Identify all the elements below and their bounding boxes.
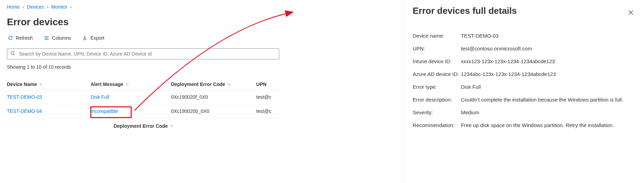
- detail-recommendation: Recommendation: Free up disk space on th…: [413, 119, 634, 132]
- col-device-name[interactable]: Device Name ↑↓: [7, 81, 91, 87]
- close-button[interactable]: [626, 8, 636, 17]
- refresh-label: Refresh: [16, 35, 33, 41]
- panel-title: Error devices full details: [413, 6, 634, 16]
- detail-upn: UPN: test@contoso.onmicrosoft.com: [413, 42, 634, 55]
- sort-icon: ↑↓: [39, 82, 42, 87]
- upn-value: test@c: [256, 94, 279, 100]
- page-title: Error devices: [7, 17, 279, 28]
- refresh-icon: [8, 35, 13, 41]
- device-link[interactable]: TEST-DEMO-04: [7, 108, 42, 114]
- detail-severity: Severity: Medium: [413, 106, 634, 119]
- table-row: TEST-DEMO-03 Disk Full 0Xc190020f_0X0 te…: [7, 90, 279, 104]
- col-deployment-error[interactable]: Deployment Error Code ↑↓: [171, 81, 256, 87]
- chevron-right-icon: ›: [22, 4, 24, 10]
- error-code: 0Xc190020f_0X0: [171, 94, 256, 100]
- records-count: Showing 1 to 10 of 10 records: [7, 64, 279, 70]
- col-alert-message[interactable]: Alert Message ↑↓: [91, 81, 171, 87]
- breadcrumb: Home › Devices › Monitor ›: [7, 4, 279, 10]
- toolbar: Refresh Columns Export: [7, 34, 279, 42]
- chevron-right-icon: ›: [70, 4, 72, 10]
- export-button[interactable]: Export: [81, 34, 105, 42]
- device-link[interactable]: TEST-DEMO-03: [7, 94, 42, 100]
- search-wrap: [7, 48, 279, 59]
- error-code: 0Xc1900200_0X0: [171, 108, 256, 114]
- search-icon: [10, 51, 15, 57]
- columns-button[interactable]: Columns: [43, 34, 72, 42]
- chevron-right-icon: ›: [47, 4, 49, 10]
- col-upn[interactable]: UPN: [256, 81, 279, 87]
- detail-error-type: Error type: Disk Full: [413, 80, 634, 93]
- breadcrumb-home[interactable]: Home: [7, 4, 20, 10]
- sort-icon: ↑↓: [125, 82, 128, 87]
- detail-azure-id: Azure AD device ID: 1234abc-123x-123x-12…: [413, 68, 634, 80]
- alert-link[interactable]: Incompatible: [91, 108, 118, 114]
- details-panel: Error devices full details Device name: …: [403, 0, 644, 183]
- breadcrumb-monitor[interactable]: Monitor: [51, 4, 68, 10]
- upn-value: test@c: [256, 108, 279, 114]
- detail-error-desc: Error description: Couldn't complete the…: [413, 93, 634, 106]
- export-icon: [82, 35, 88, 41]
- table-header: Device Name ↑↓ Alert Message ↑↓ Deployme…: [7, 81, 279, 90]
- columns-label: Columns: [52, 35, 71, 41]
- detail-device-name: Device name: TEST-DEMO-03: [413, 29, 634, 42]
- sort-icon: ↑↓: [227, 82, 230, 87]
- svg-line-4: [14, 54, 15, 55]
- detail-intune-id: Intune device ID: xxxx123-123x-123x-1234…: [413, 55, 634, 68]
- sort-icon: ↑↓: [170, 123, 173, 129]
- breadcrumb-devices[interactable]: Devices: [27, 4, 44, 10]
- refresh-button[interactable]: Refresh: [7, 34, 33, 42]
- svg-point-3: [11, 51, 14, 55]
- alert-link[interactable]: Disk Full: [91, 94, 109, 100]
- search-input[interactable]: [7, 48, 279, 59]
- columns-icon: [44, 35, 49, 41]
- export-label: Export: [90, 35, 104, 41]
- footer-sort[interactable]: Deployment Error Code ↑↓: [7, 123, 279, 129]
- table-row: TEST-DEMO-04 Incompatible 0Xc1900200_0X0…: [7, 104, 279, 118]
